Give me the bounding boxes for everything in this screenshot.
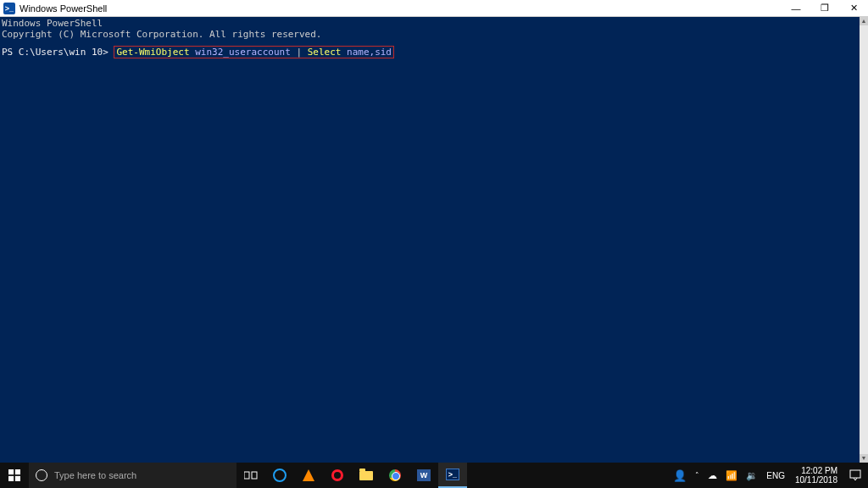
minimize-button[interactable]: — (782, 0, 810, 17)
titlebar[interactable]: >_ Windows PowerShell — ❐ ✕ (0, 0, 868, 17)
tray-chevron-up-icon[interactable]: ˄ (695, 471, 699, 480)
svg-rect-5 (252, 472, 257, 479)
people-button[interactable]: 👤 (673, 469, 687, 482)
clock-date: 10/11/2018 (795, 475, 837, 485)
fields-token: name,sid (341, 47, 392, 58)
console-output[interactable]: Windows PowerShell Copyright (C) Microso… (0, 17, 868, 463)
system-tray: 👤 ˄ ☁ 📶 🔉 ENG (668, 463, 790, 488)
vertical-scrollbar[interactable]: ▲ ▼ (860, 17, 868, 463)
powershell-taskbar-button[interactable]: >_ (438, 463, 467, 488)
cortana-circle-icon (36, 469, 47, 481)
language-indicator[interactable]: ENG (766, 471, 785, 480)
taskview-button[interactable] (236, 463, 265, 488)
pipe-token: | (291, 47, 308, 58)
opera-button[interactable] (323, 463, 352, 488)
svg-rect-2 (8, 476, 14, 481)
scrollbar-down-arrow-icon[interactable]: ▼ (860, 454, 868, 463)
vlc-icon (303, 469, 314, 481)
clock[interactable]: 12:02 PM 10/11/2018 (790, 463, 843, 488)
command-highlight-box: Get-WmiObject win32_useraccount | Select… (114, 46, 394, 58)
svg-rect-0 (8, 469, 14, 474)
volume-icon[interactable]: 🔉 (746, 470, 758, 481)
file-explorer-icon (359, 471, 373, 480)
word-button[interactable]: W (409, 463, 438, 488)
opera-icon (331, 469, 343, 481)
word-icon: W (417, 469, 431, 481)
prompt-text: PS C:\Users\win 10> (2, 47, 114, 58)
action-center-icon (849, 469, 861, 481)
clock-time: 12:02 PM (801, 466, 837, 475)
start-button[interactable] (0, 463, 29, 488)
taskbar: Type here to search W >_ 👤 ˄ ☁ 📶 🔉 ENG 1… (0, 463, 868, 488)
maximize-button[interactable]: ❐ (810, 0, 839, 17)
edge-button[interactable] (265, 463, 294, 488)
search-placeholder: Type here to search (54, 470, 136, 480)
wifi-icon[interactable]: 📶 (726, 470, 737, 481)
powershell-icon: >_ (446, 469, 459, 480)
search-input[interactable]: Type here to search (29, 463, 236, 488)
prompt-line: PS C:\Users\win 10> Get-WmiObject win32_… (2, 46, 866, 58)
vlc-button[interactable] (294, 463, 323, 488)
file-explorer-button[interactable] (352, 463, 381, 488)
pinned-apps: W >_ (265, 463, 467, 488)
onedrive-sync-icon[interactable]: ☁ (708, 470, 717, 481)
taskbar-spacer (467, 463, 668, 488)
window-title: Windows PowerShell (19, 3, 107, 14)
select-token: Select (308, 47, 342, 58)
banner-line-2: Copyright (C) Microsoft Corporation. All… (2, 29, 322, 40)
svg-rect-3 (15, 476, 20, 481)
svg-rect-6 (850, 470, 860, 478)
scrollbar-up-arrow-icon[interactable]: ▲ (860, 17, 868, 25)
powershell-app-icon: >_ (3, 3, 15, 14)
edge-icon (273, 469, 287, 482)
taskview-icon (244, 470, 258, 480)
svg-rect-1 (15, 469, 20, 474)
banner-line-1: Windows PowerShell (2, 18, 103, 29)
chrome-icon (389, 469, 401, 481)
start-icon (8, 469, 20, 481)
argument-token: win32_useraccount (195, 47, 291, 58)
chrome-button[interactable] (381, 463, 409, 488)
svg-rect-4 (244, 472, 249, 479)
action-center-button[interactable] (843, 463, 868, 488)
cmdlet-token: Get-WmiObject (116, 47, 189, 58)
powershell-window: >_ Windows PowerShell — ❐ ✕ Windows Powe… (0, 0, 868, 463)
close-button[interactable]: ✕ (839, 0, 868, 17)
